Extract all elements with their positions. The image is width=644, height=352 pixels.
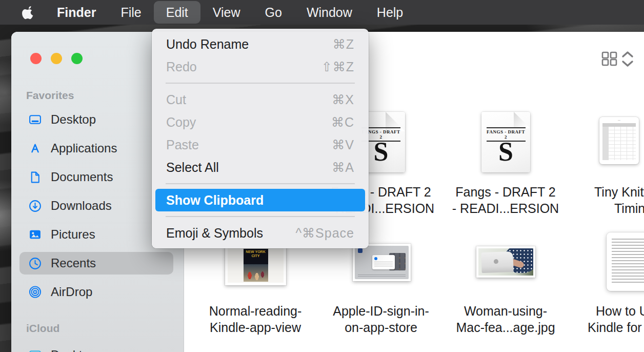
- text-lines: [358, 275, 406, 277]
- menubar-item-finder[interactable]: Finder: [45, 1, 108, 24]
- screenshot-content: [355, 246, 409, 279]
- sidebar-item-label: AirDrop: [51, 285, 92, 299]
- zoom-window-button[interactable]: [71, 53, 83, 64]
- menu-item-undo-rename[interactable]: Undo Rename ⌘Z: [155, 33, 365, 55]
- shortcut: ⌘V: [332, 138, 354, 152]
- close-window-button[interactable]: [30, 53, 42, 64]
- sidebar-item-airdrop[interactable]: AirDrop: [19, 281, 173, 303]
- menubar-item-go[interactable]: Go: [253, 1, 294, 24]
- spreadsheet-grid: [602, 123, 636, 160]
- menu-separator: [166, 211, 355, 222]
- desktop-icon: [28, 348, 42, 352]
- menu-item-show-clipboard[interactable]: Show Clipboard: [155, 189, 365, 211]
- sidebar-item-documents[interactable]: Documents: [19, 166, 173, 188]
- book-cover-art: [244, 264, 268, 282]
- file-label[interactable]: Woman-using- Mac-fea...age.jpg: [421, 303, 590, 336]
- edit-dropdown-menu: Undo Rename ⌘Z Redo ⇧⌘Z Cut ⌘X Copy ⌘C P…: [152, 29, 369, 248]
- sidebar-item-label: Downloads: [51, 199, 112, 213]
- shortcut: ⌘Z: [333, 37, 354, 52]
- file-icon-text-document[interactable]: [607, 232, 644, 291]
- shortcut: ⌘X: [332, 92, 354, 107]
- sidebar-item-downloads[interactable]: Downloads: [19, 194, 173, 217]
- file-icon-spreadsheet[interactable]: ―: [599, 117, 639, 164]
- sidebar-section-icloud: iCloud: [26, 322, 59, 335]
- sidebar-item-icloud-desktop[interactable]: Desktop: [19, 344, 173, 352]
- menu-separator: [166, 78, 355, 88]
- menubar-item-window[interactable]: Window: [294, 1, 365, 24]
- menu-item-emoji-symbols[interactable]: Emoji & Symbols ^⌘Space: [155, 222, 365, 244]
- recents-icon: [28, 257, 42, 270]
- book-cover: NEW YORK CITY: [244, 249, 268, 282]
- pictures-icon: [28, 228, 42, 242]
- window-controls: [30, 53, 83, 64]
- shortcut: ⌘C: [331, 115, 354, 130]
- file-label[interactable]: Fangs - DRAFT 2 - READI...ERSION: [421, 184, 590, 217]
- sidebar-item-label: Documents: [51, 170, 113, 184]
- shortcut: ⌘A: [332, 160, 354, 175]
- sidebar-item-label: Applications: [51, 141, 117, 155]
- menu-separator: [166, 179, 355, 189]
- file-label[interactable]: How to Us: [596, 303, 644, 319]
- menubar-item-edit[interactable]: Edit: [154, 1, 200, 24]
- sidebar-section-favorites: Favorites: [26, 89, 74, 102]
- file-icon-kindle-photo[interactable]: NEW YORK CITY: [225, 245, 286, 285]
- file-label[interactable]: Tiny Knitt: [594, 184, 644, 200]
- macbook: [481, 251, 513, 273]
- menu-item-cut: Cut ⌘X: [155, 88, 365, 111]
- menu-item-copy: Copy ⌘C: [155, 111, 365, 133]
- menu-bar: Finder File Edit View Go Window Help: [0, 0, 644, 25]
- menubar-item-help[interactable]: Help: [365, 1, 415, 24]
- airdrop-icon: [28, 285, 42, 299]
- minimize-window-button[interactable]: [51, 53, 62, 64]
- photo-content: [478, 248, 533, 276]
- menu-item-select-all[interactable]: Select All ⌘A: [155, 156, 365, 179]
- sidebar-item-desktop[interactable]: Desktop: [19, 108, 173, 131]
- sidebar-item-applications[interactable]: Applications: [19, 137, 173, 160]
- documents-icon: [28, 170, 42, 184]
- book-cover-title: NEW YORK CITY: [244, 250, 268, 258]
- applications-icon: [28, 142, 42, 155]
- shortcut: ⇧⌘Z: [321, 60, 354, 74]
- spreadsheet-title: ―: [599, 119, 639, 122]
- scrivener-logo: S: [481, 136, 530, 167]
- photo-content: NEW YORK CITY: [228, 248, 284, 283]
- sidebar-item-recents[interactable]: Recents: [19, 252, 173, 275]
- file-icon-woman-mac-photo[interactable]: [476, 246, 535, 278]
- file-label[interactable]: Kindle for: [588, 319, 642, 336]
- sign-in-dialog: [372, 255, 395, 269]
- sidebar-item-label: Desktop: [51, 348, 96, 352]
- menu-item-paste: Paste ⌘V: [155, 133, 365, 156]
- downloads-icon: [28, 199, 42, 213]
- sort-chevrons-icon[interactable]: [621, 50, 634, 68]
- sidebar-item-pictures[interactable]: Pictures: [19, 223, 173, 246]
- page-fold: [514, 112, 530, 128]
- sidebar-item-label: Desktop: [51, 112, 96, 127]
- apple-logo-icon[interactable]: [22, 6, 35, 19]
- shortcut: ^⌘Space: [295, 226, 354, 241]
- icon-view-grid-icon[interactable]: [601, 51, 617, 66]
- document-text-lines: [612, 239, 644, 285]
- sidebar-item-label: Recents: [51, 256, 96, 270]
- desktop-icon: [28, 113, 42, 127]
- sidebar-item-label: Pictures: [51, 227, 95, 242]
- file-icon-scrivener-draft2-b[interactable]: FANGS - DRAFT 2 S: [481, 112, 530, 172]
- app-icon: [358, 248, 363, 253]
- file-label[interactable]: Timing: [614, 200, 644, 217]
- menu-item-redo: Redo ⇧⌘Z: [155, 55, 365, 78]
- file-icon-appstore-screenshot[interactable]: [353, 244, 411, 281]
- menubar-item-file[interactable]: File: [108, 1, 153, 24]
- menubar-item-view[interactable]: View: [200, 1, 253, 24]
